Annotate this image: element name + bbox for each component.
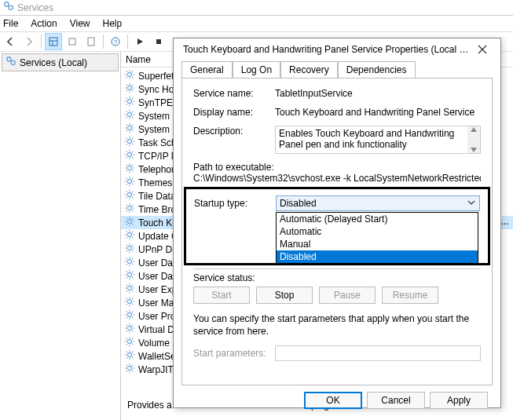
tree-item-label: Services (Local) [20, 57, 87, 68]
svg-point-168 [127, 299, 131, 303]
svg-marker-9 [137, 38, 143, 45]
svg-point-123 [127, 232, 131, 236]
details-view-button[interactable] [45, 33, 62, 50]
properties-button[interactable] [64, 33, 81, 50]
resume-button[interactable]: Resume [382, 287, 438, 304]
gear-icon [124, 283, 135, 296]
svg-line-129 [132, 237, 133, 238]
window-titlebar: Services [0, 0, 513, 16]
value-service-name: TabletInputService [275, 88, 481, 99]
svg-line-75 [132, 157, 133, 158]
svg-point-78 [127, 166, 131, 170]
label-startup-type: Startup type: [194, 198, 276, 209]
start-service-button[interactable] [131, 33, 148, 50]
svg-point-51 [127, 126, 131, 130]
pause-button[interactable]: Pause [319, 287, 376, 304]
service-name: Themes [138, 177, 172, 188]
export-button[interactable] [82, 33, 100, 50]
svg-line-175 [126, 304, 127, 305]
svg-line-30 [132, 90, 133, 91]
svg-line-176 [132, 298, 133, 299]
startup-type-dropdown[interactable]: Automatic (Delayed Start)AutomaticManual… [276, 212, 478, 264]
forward-button[interactable] [20, 33, 38, 50]
svg-line-20 [126, 71, 127, 72]
cancel-button[interactable]: Cancel [367, 392, 425, 409]
svg-line-67 [126, 144, 127, 144]
tab-general[interactable]: General [181, 61, 233, 79]
svg-line-156 [132, 277, 133, 278]
svg-line-50 [132, 111, 133, 112]
description-scrollbar[interactable] [467, 126, 480, 153]
tab-strip: General Log On Recovery Dependencies [174, 61, 500, 79]
apply-button[interactable]: Apply [430, 392, 488, 409]
svg-line-76 [126, 157, 127, 158]
svg-line-31 [126, 90, 127, 91]
svg-rect-6 [88, 38, 94, 46]
svg-rect-10 [156, 39, 161, 44]
svg-line-174 [132, 304, 133, 305]
menu-action[interactable]: Action [31, 18, 57, 29]
gear-icon [124, 216, 135, 229]
svg-line-29 [126, 85, 127, 86]
svg-line-131 [132, 232, 133, 232]
svg-line-102 [132, 197, 133, 198]
svg-line-209 [126, 352, 127, 352]
svg-line-104 [132, 192, 133, 192]
menu-view[interactable]: View [70, 18, 90, 29]
close-button[interactable] [471, 40, 494, 59]
svg-line-130 [126, 237, 127, 238]
start-parameters-input[interactable] [275, 345, 481, 361]
back-button[interactable] [2, 33, 19, 50]
chevron-down-icon [467, 198, 476, 210]
svg-line-128 [126, 232, 127, 232]
svg-line-56 [126, 125, 127, 126]
label-service-name: Service name: [193, 88, 275, 99]
svg-point-14 [11, 60, 15, 64]
svg-point-186 [127, 326, 131, 330]
tab-logon[interactable]: Log On [233, 61, 280, 79]
dialog-titlebar: Touch Keyboard and Handwriting Panel Ser… [174, 38, 500, 60]
value-display-name: Touch Keyboard and Handwriting Panel Ser… [275, 107, 481, 118]
gear-icon [124, 189, 135, 203]
dropdown-option[interactable]: Automatic [277, 225, 478, 238]
svg-point-0 [5, 2, 9, 6]
svg-marker-222 [471, 127, 477, 132]
gear-icon [124, 69, 135, 82]
svg-line-101 [126, 192, 127, 192]
svg-point-15 [127, 72, 131, 76]
svg-line-94 [126, 184, 127, 184]
menu-help[interactable]: Help [103, 18, 123, 29]
start-button[interactable]: Start [193, 287, 250, 304]
svg-line-202 [126, 344, 127, 345]
gear-icon [124, 336, 135, 349]
tab-recovery[interactable]: Recovery [280, 61, 338, 79]
svg-line-112 [126, 210, 127, 211]
help-button[interactable]: ? [107, 33, 124, 50]
services-icon [5, 56, 16, 69]
svg-line-68 [132, 138, 133, 139]
dropdown-option[interactable]: Manual [277, 238, 478, 250]
svg-line-191 [126, 325, 127, 326]
ok-button[interactable]: OK [304, 392, 362, 409]
stop-service-button[interactable] [150, 33, 167, 50]
tab-dependencies[interactable]: Dependencies [338, 61, 416, 79]
svg-rect-5 [69, 38, 75, 45]
dropdown-option[interactable]: Automatic (Delayed Start) [277, 213, 478, 225]
dropdown-option[interactable]: Disabled [277, 250, 478, 263]
menu-file[interactable]: File [3, 18, 18, 29]
stop-button[interactable]: Stop [256, 287, 313, 304]
gear-icon [124, 349, 135, 363]
svg-line-192 [132, 331, 133, 331]
properties-dialog: Touch Keyboard and Handwriting Panel Ser… [173, 38, 501, 408]
svg-point-204 [127, 352, 131, 356]
startup-type-combobox[interactable]: Disabled [276, 195, 480, 211]
tree-services-local[interactable]: Services (Local) [2, 53, 119, 71]
svg-line-32 [132, 85, 133, 86]
label-path: Path to executable: [193, 162, 481, 173]
svg-line-220 [126, 371, 127, 371]
label-service-status: Service status: [193, 272, 275, 283]
svg-line-149 [132, 258, 133, 259]
svg-line-183 [132, 317, 133, 318]
hint-text: You can specify the start parameters tha… [193, 313, 481, 338]
gear-icon [124, 136, 135, 149]
